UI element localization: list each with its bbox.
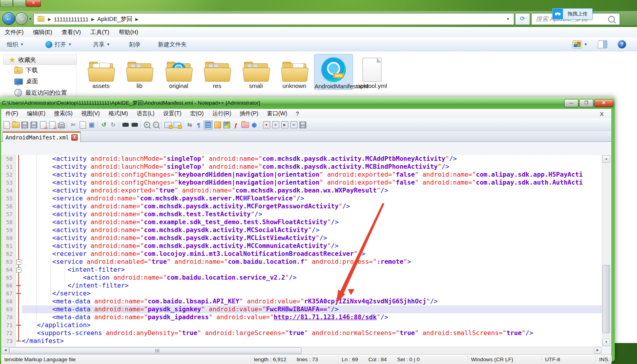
code-line-59[interactable]: 59 <activity android:name="com.mchsdk.pa… xyxy=(1,226,602,234)
file-item-lib[interactable]: lib xyxy=(120,54,158,89)
scroll-right-icon[interactable]: ▶ xyxy=(594,347,601,354)
code-line-50[interactable]: 50 <activity android:launchMode="singleT… xyxy=(1,155,602,163)
explorer-menu-工具(T)[interactable]: 工具(T) xyxy=(86,29,114,36)
code-line-54[interactable]: 54 <activity android:exported="true" and… xyxy=(1,187,602,194)
change-view-button[interactable]: ▼ xyxy=(567,40,593,48)
status-encoding[interactable]: UTF-8 xyxy=(545,356,560,362)
new-file-icon[interactable] xyxy=(2,121,11,129)
code-line-67[interactable]: 67 </service> xyxy=(1,290,602,297)
open-file-icon[interactable] xyxy=(11,121,20,129)
tab-close-icon[interactable]: X xyxy=(71,134,78,141)
npp-menu-语言(L)[interactable]: 语言(L) xyxy=(132,110,159,117)
status-eol-format[interactable]: Windows (CR LF) xyxy=(471,356,513,362)
save-all-icon[interactable] xyxy=(30,121,38,129)
sidebar-item-桌面[interactable]: 桌面 xyxy=(14,78,38,85)
code-line-66[interactable]: 66 </intent-filter> xyxy=(1,282,602,290)
file-item-apktool.yml[interactable]: apktool.yml xyxy=(353,54,391,89)
code-line-63[interactable]: 63− <service android:enabled="true" andr… xyxy=(1,258,602,266)
fold-collapse-icon[interactable]: − xyxy=(16,267,21,273)
npp-menu-视图(V)[interactable]: 视图(V) xyxy=(77,110,104,117)
burn-button[interactable]: 刻录 xyxy=(124,41,146,48)
code-line-56[interactable]: 56 <activity android:name="com.mchsdk.pa… xyxy=(1,202,602,210)
explorer-menu-查看(V)[interactable]: 查看(V) xyxy=(57,29,86,36)
nav-history-dropdown-icon[interactable]: ▼ xyxy=(29,17,32,21)
redo-icon[interactable]: ↻ xyxy=(109,121,117,129)
explorer-close-button[interactable]: ✕ xyxy=(26,0,41,7)
word-wrap-icon[interactable]: ⇆ xyxy=(185,121,194,129)
notepadpp-minimize-button[interactable]: — xyxy=(564,99,578,107)
notepadpp-restore-button[interactable]: ❐ xyxy=(579,99,593,107)
play-macro-icon[interactable]: ▶ xyxy=(280,121,289,129)
npp-menu-运行(R)[interactable]: 运行(R) xyxy=(208,110,235,117)
npp-menu-宏(O)[interactable]: 宏(O) xyxy=(186,110,208,117)
undo-icon[interactable]: ↺ xyxy=(100,121,108,129)
code-line-52[interactable]: 52 <activity android:configChanges="keyb… xyxy=(1,171,602,179)
code-line-71[interactable]: 71 </application> xyxy=(1,321,602,329)
paste-icon[interactable]: ▣ xyxy=(88,121,96,129)
explorer-maximize-button[interactable]: ▢ xyxy=(13,0,26,7)
file-item-assets[interactable]: assets xyxy=(82,54,120,89)
explorer-minimize-button[interactable]: — xyxy=(0,0,13,7)
code-line-64[interactable]: 64− <intent-filter> xyxy=(1,266,602,274)
code-line-62[interactable]: 62 <receiver android:name="com.locojoy.m… xyxy=(1,250,602,258)
code-line-57[interactable]: 57 <activity android:name="com.mchsdk.te… xyxy=(1,210,602,218)
print-icon[interactable] xyxy=(57,121,65,129)
zoom-in-icon[interactable]: + xyxy=(143,121,151,129)
indent-guide-icon[interactable] xyxy=(214,121,222,129)
save-icon[interactable] xyxy=(21,121,29,129)
close-document-x[interactable]: X xyxy=(595,111,608,117)
help-button[interactable]: ? xyxy=(612,40,631,49)
sidebar-item-收藏夹[interactable]: ★收藏夹 xyxy=(3,55,77,65)
save-macro-icon[interactable] xyxy=(299,121,307,129)
address-dropdown-icon[interactable]: ▼ xyxy=(506,17,510,21)
record-macro-icon[interactable]: ● xyxy=(262,121,271,129)
code-line-65[interactable]: 65 <action android:name="com.baidu.locat… xyxy=(1,274,602,282)
code-line-72[interactable]: 72 <supports-screens android:anyDensity=… xyxy=(1,329,602,337)
breadcrumb-item-current[interactable]: ApkIDE_梦回 xyxy=(97,15,132,23)
resize-grip[interactable] xyxy=(605,358,610,363)
copy-icon[interactable] xyxy=(78,121,87,129)
code-line-53[interactable]: 53 <activity android:configChanges="keyb… xyxy=(1,179,602,187)
code-line-51[interactable]: 51 <activity android:launchMode="singleT… xyxy=(1,163,602,171)
folder-workspace-icon[interactable] xyxy=(241,121,249,129)
sync-vertical-icon[interactable] xyxy=(164,121,172,129)
sidebar-item-最近访问的位置[interactable]: 最近访问的位置 xyxy=(14,89,67,97)
function-list-icon[interactable]: ƒ xyxy=(232,121,240,129)
organize-button[interactable]: 组织▼ xyxy=(2,41,29,48)
url-link[interactable]: http://81.71.123.146:88/sdk xyxy=(274,313,377,321)
npp-menu-编辑(E)[interactable]: 编辑(E) xyxy=(23,110,50,117)
close-doc-icon[interactable] xyxy=(39,121,47,129)
horizontal-scroll-thumb[interactable] xyxy=(9,347,301,354)
npp-menu-?[interactable]: ? xyxy=(292,111,303,117)
scroll-down-icon[interactable]: ▼ xyxy=(603,339,610,346)
code-line-60[interactable]: 60 <activity android:name="com.mchsdk.pa… xyxy=(1,234,602,242)
zoom-out-icon[interactable]: − xyxy=(152,121,160,129)
share-button[interactable]: 共享▼ xyxy=(88,41,115,48)
explorer-menu-编辑(E)[interactable]: 编辑(E) xyxy=(29,29,57,36)
stop-macro-icon[interactable]: ■ xyxy=(271,121,280,129)
doc-map-icon[interactable] xyxy=(223,121,231,129)
explorer-menu-文件(F)[interactable]: 文件(F) xyxy=(0,29,29,36)
npp-menu-设置(T)[interactable]: 设置(T) xyxy=(159,110,186,117)
preview-pane-button[interactable] xyxy=(593,40,612,48)
code-line-69[interactable]: 69 <meta-data android:name="paysdk_signk… xyxy=(1,305,602,313)
npp-menu-搜索(S)[interactable]: 搜索(S) xyxy=(50,110,77,117)
show-all-chars-icon[interactable] xyxy=(204,120,213,130)
code-line-58[interactable]: 58 <activity android:name="com.example.s… xyxy=(1,218,602,226)
horizontal-scrollbar[interactable]: ◀ ▶ xyxy=(1,347,602,354)
vertical-scrollbar[interactable]: ▲ ▼ xyxy=(602,155,610,347)
monitoring-icon[interactable]: ◉ xyxy=(250,121,258,129)
show-paragraph-icon[interactable]: ¶ xyxy=(195,121,203,129)
cut-icon[interactable]: ✂ xyxy=(69,121,78,129)
fold-collapse-icon[interactable]: − xyxy=(16,259,21,265)
run-multi-icon[interactable]: ≫ xyxy=(290,121,298,129)
npp-menu-窗口(W)[interactable]: 窗口(W) xyxy=(263,110,292,117)
code-line-68[interactable]: 68 <meta-data android:name="com.baidu.lb… xyxy=(1,297,602,305)
vertical-scroll-thumb[interactable] xyxy=(603,265,610,333)
forward-button[interactable]: → xyxy=(15,12,28,25)
npp-menu-格式(M)[interactable]: 格式(M) xyxy=(104,110,132,117)
file-item-res[interactable]: res xyxy=(198,54,236,89)
code-line-61[interactable]: 61 <activity android:name="com.mchsdk.pa… xyxy=(1,242,602,250)
notepadpp-close-button[interactable]: ✕ xyxy=(594,99,613,107)
npp-menu-件(F)[interactable]: 件(F) xyxy=(1,110,23,117)
